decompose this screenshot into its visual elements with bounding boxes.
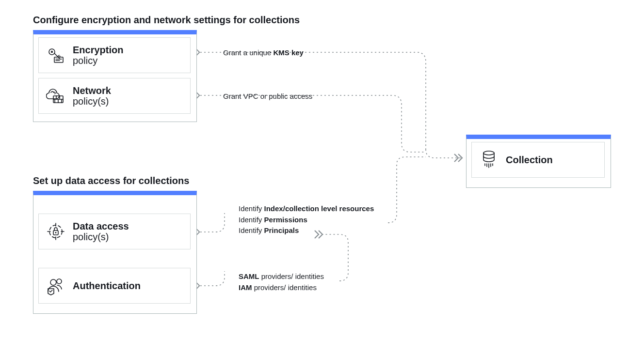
section-title-data-access: Set up data access for collections: [33, 175, 189, 186]
key-icon: [39, 46, 73, 65]
card-data-access-policy: Data access policy(s): [38, 214, 191, 249]
note-kms: Grant a unique KMS key: [223, 47, 304, 59]
svg-point-7: [50, 279, 56, 285]
note-vpc: Grant VPC or public access: [223, 91, 312, 102]
card-authentication: Authentication: [38, 268, 191, 304]
card-collection: Collection: [471, 142, 605, 178]
card-subtitle: policy(s): [73, 231, 129, 242]
card-title: Encryption: [73, 45, 123, 55]
note-data-access-lines: Identify Index/collection level resource…: [239, 203, 374, 236]
card-subtitle: policy(s): [73, 96, 111, 107]
network-firewall-icon: [39, 86, 73, 106]
section-title-encryption-network: Configure encryption and network setting…: [33, 15, 300, 26]
svg-point-6: [55, 232, 57, 233]
users-check-icon: [39, 276, 73, 295]
panel-data-access: Data access policy(s) Authentication: [33, 191, 197, 314]
svg-point-1: [51, 51, 53, 53]
panel-encryption-network: Encryption policy Network policy(s): [33, 30, 197, 122]
svg-point-4: [49, 225, 62, 238]
svg-point-0: [49, 49, 55, 55]
card-title: Authentication: [73, 280, 141, 291]
card-subtitle: policy: [73, 55, 123, 66]
card-title: Network: [73, 85, 111, 96]
svg-point-8: [57, 279, 62, 284]
lock-target-icon: [39, 222, 73, 241]
card-encryption-policy: Encryption policy: [38, 37, 191, 73]
card-title: Data access: [73, 221, 129, 231]
card-network-policy: Network policy(s): [38, 78, 191, 114]
panel-collection: Collection: [466, 135, 611, 188]
svg-point-9: [483, 151, 494, 155]
card-title: Collection: [506, 154, 553, 165]
database-streaming-icon: [472, 149, 506, 170]
note-auth-lines: SAML providers/ identities IAM providers…: [239, 271, 324, 293]
